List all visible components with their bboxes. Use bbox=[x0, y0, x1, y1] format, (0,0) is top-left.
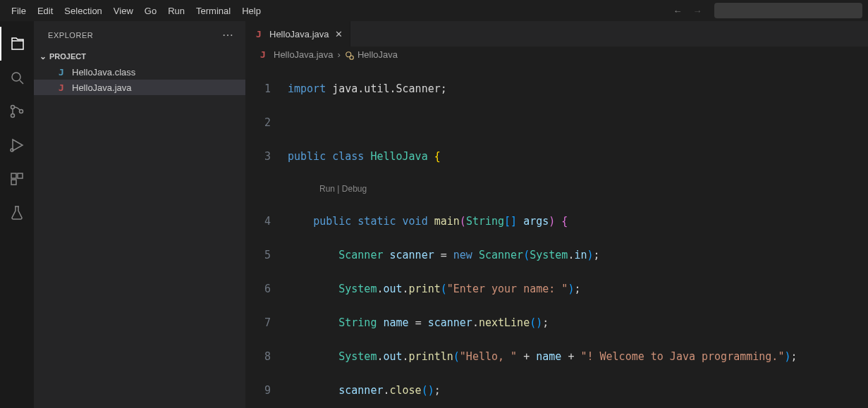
svg-point-5 bbox=[11, 149, 13, 152]
run-debug-icon[interactable] bbox=[0, 128, 34, 162]
editor-tab[interactable]: J HelloJava.java ✕ bbox=[245, 21, 350, 47]
source-control-icon[interactable] bbox=[0, 94, 34, 128]
file-label: HelloJava.class bbox=[72, 67, 135, 78]
project-section-label: PROJECT bbox=[49, 52, 86, 61]
line-number: 2 bbox=[245, 114, 288, 131]
line-number: 5 bbox=[245, 247, 288, 264]
class-symbol-icon bbox=[345, 49, 355, 61]
codelens-debug[interactable]: Debug bbox=[342, 184, 367, 194]
codelens-run[interactable]: Run bbox=[319, 184, 335, 194]
file-label: HelloJava.java bbox=[72, 82, 132, 93]
chevron-right-icon: › bbox=[338, 49, 341, 60]
menu-file[interactable]: File bbox=[6, 3, 32, 19]
menu-edit[interactable]: Edit bbox=[32, 3, 59, 19]
menu-run[interactable]: Run bbox=[162, 3, 190, 19]
chevron-down-icon: ⌄ bbox=[39, 51, 47, 61]
menu-view[interactable]: View bbox=[108, 3, 139, 19]
line-number: 1 bbox=[245, 80, 288, 97]
codelens: Run | Debug bbox=[245, 182, 868, 196]
svg-point-3 bbox=[11, 114, 15, 118]
svg-point-0 bbox=[12, 73, 20, 81]
breadcrumb-symbol[interactable]: HelloJava bbox=[357, 49, 398, 60]
menu-selection[interactable]: Selection bbox=[59, 3, 107, 19]
explorer-sidebar: EXPLORER ⋯ ⌄ PROJECT J HelloJava.class J… bbox=[34, 21, 245, 408]
tab-label: HelloJava.java bbox=[269, 29, 329, 39]
svg-rect-7 bbox=[18, 173, 23, 178]
explorer-title: EXPLORER bbox=[48, 31, 93, 39]
beaker-icon[interactable] bbox=[0, 196, 34, 230]
title-search-input[interactable] bbox=[714, 3, 862, 18]
breadcrumb-file[interactable]: HelloJava.java bbox=[274, 49, 334, 60]
extensions-icon[interactable] bbox=[0, 162, 34, 196]
menu-terminal[interactable]: Terminal bbox=[190, 3, 236, 19]
explorer-icon[interactable] bbox=[0, 27, 34, 61]
svg-line-1 bbox=[20, 80, 23, 84]
project-section-header[interactable]: ⌄ PROJECT bbox=[34, 49, 245, 64]
search-icon[interactable] bbox=[0, 61, 34, 94]
editor-area: J HelloJava.java ✕ J HelloJava.java › He… bbox=[245, 21, 868, 408]
menu-help[interactable]: Help bbox=[236, 3, 267, 19]
java-class-file-icon: J bbox=[55, 67, 68, 78]
more-actions-icon[interactable]: ⋯ bbox=[222, 28, 234, 42]
java-file-icon: J bbox=[252, 29, 265, 39]
line-number: 6 bbox=[245, 280, 288, 297]
svg-rect-6 bbox=[11, 173, 16, 178]
svg-point-2 bbox=[11, 106, 15, 109]
nav-forward-icon[interactable]: → bbox=[687, 6, 707, 16]
code-editor[interactable]: 1import java.util.Scanner; 2 3public cla… bbox=[245, 63, 868, 408]
line-number: 9 bbox=[245, 382, 288, 399]
file-item[interactable]: J HelloJava.class bbox=[34, 64, 245, 80]
svg-point-10 bbox=[350, 56, 353, 59]
line-number: 4 bbox=[245, 213, 288, 230]
close-icon[interactable]: ✕ bbox=[335, 29, 343, 39]
java-file-icon: J bbox=[55, 82, 68, 93]
line-number: 3 bbox=[245, 148, 288, 165]
editor-tabs: J HelloJava.java ✕ bbox=[245, 21, 868, 47]
line-number: 7 bbox=[245, 314, 288, 331]
file-item[interactable]: J HelloJava.java bbox=[34, 80, 245, 95]
activity-bar bbox=[0, 21, 34, 408]
java-file-icon: J bbox=[257, 49, 269, 60]
nav-back-icon[interactable]: ← bbox=[668, 6, 687, 16]
menubar: File Edit Selection View Go Run Terminal… bbox=[0, 0, 868, 21]
svg-rect-8 bbox=[11, 180, 16, 185]
menu-go[interactable]: Go bbox=[139, 3, 162, 19]
breadcrumbs[interactable]: J HelloJava.java › HelloJava bbox=[245, 47, 868, 63]
line-number: 8 bbox=[245, 348, 288, 365]
svg-point-4 bbox=[20, 110, 23, 113]
